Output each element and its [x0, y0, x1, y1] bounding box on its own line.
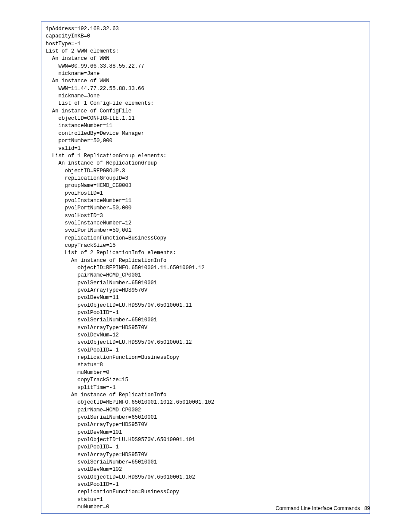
code-block: ipAddress=192.168.32.63 capacityInKB=0 h… [41, 22, 370, 514]
footer-section: Command Line Interface Commands [276, 505, 360, 511]
page-footer: Command Line Interface Commands 89 [276, 505, 370, 511]
code-text: ipAddress=192.168.32.63 capacityInKB=0 h… [46, 26, 214, 510]
footer-page-number: 89 [364, 505, 370, 511]
